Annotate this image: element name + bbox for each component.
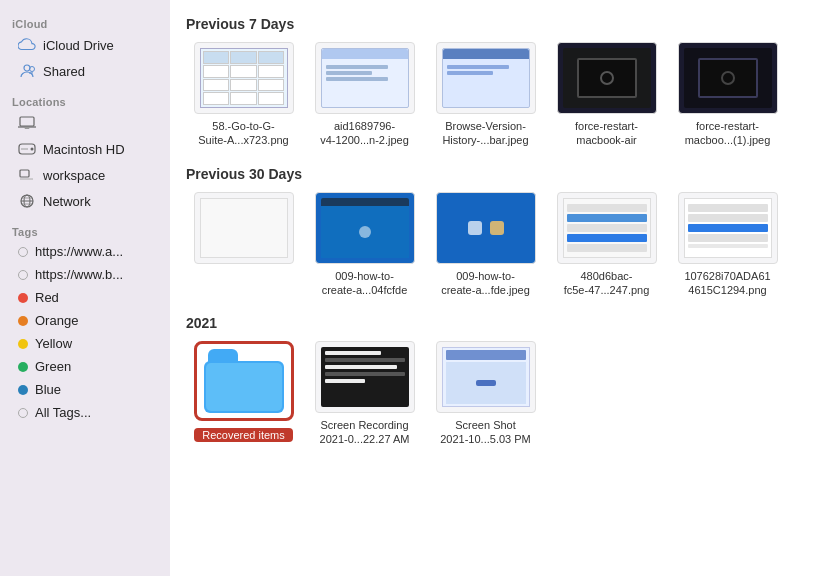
sidebar-item-tag-green[interactable]: Green [4,355,166,378]
file-item[interactable]: 009-how-to-create-a...fde.jpeg [428,192,543,298]
icloud-drive-label: iCloud Drive [43,38,114,53]
section-2021-title: 2021 [186,315,819,331]
file-item-recovered[interactable]: Recovered items [186,341,301,447]
file-label: 009-how-to-create-a...fde.jpeg [441,269,530,298]
file-item[interactable]: 009-how-to-create-a...04fcfde [307,192,422,298]
file-thumbnail [436,42,536,114]
files-2021-grid: Recovered items Screen Recording2021-0..… [186,341,819,447]
file-item[interactable]: force-restart-macboo...(1).jpeg [670,42,785,148]
tag-dot-icon [18,339,28,349]
file-label: force-restart-macboo...(1).jpeg [685,119,771,148]
sidebar-item-tag-url-a[interactable]: https://www.a... [4,240,166,263]
file-item[interactable]: 480d6bac-fc5e-47...247.png [549,192,664,298]
shared-label: Shared [43,64,85,79]
workspace-icon [18,166,36,184]
section-30days-title: Previous 30 Days [186,166,819,182]
file-item-screenshot[interactable]: Screen Shot2021-10...5.03 PM [428,341,543,447]
file-thumbnail [436,341,536,413]
tag-label: https://www.a... [35,244,123,259]
tag-label: Orange [35,313,78,328]
svg-point-3 [31,148,34,151]
tag-circle-icon [18,247,28,257]
tag-label: Yellow [35,336,72,351]
shared-icon [18,62,36,80]
file-item[interactable]: 107628i70ADA614615C1294.png [670,192,785,298]
sidebar-item-tag-orange[interactable]: Orange [4,309,166,332]
icloud-section-label: iCloud [0,12,170,32]
file-label: 480d6bac-fc5e-47...247.png [564,269,650,298]
main-content: Previous 7 Days 58.-Go-to-G-Suite-A...x7… [170,0,835,576]
files-30days-grid: 009-how-to-create-a...04fcfde 009-how-to… [186,192,819,298]
sidebar-item-tag-yellow[interactable]: Yellow [4,332,166,355]
tag-label: Blue [35,382,61,397]
sidebar-item-workspace[interactable]: workspace [4,162,166,188]
sidebar: iCloud iCloud Drive Shared Locations [0,0,170,576]
tag-circle-icon [18,270,28,280]
file-label: 009-how-to-create-a...04fcfde [322,269,408,298]
tag-label: Red [35,290,59,305]
file-item[interactable] [186,192,301,298]
file-item[interactable]: Browse-Version-History-...bar.jpeg [428,42,543,148]
file-label: Recovered items [194,428,293,442]
file-label: Screen Recording2021-0...22.27 AM [320,418,410,447]
sidebar-item-macintosh-hd[interactable]: Macintosh HD [4,136,166,162]
tag-dot-icon [18,316,28,326]
file-thumbnail [678,42,778,114]
sidebar-item-tag-blue[interactable]: Blue [4,378,166,401]
sidebar-item-network[interactable]: Network [4,188,166,214]
tag-circle-icon [18,408,28,418]
sidebar-item-tag-url-b[interactable]: https://www.b... [4,263,166,286]
folder-icon [204,349,284,413]
file-label: aid1689796-v4-1200...n-2.jpeg [320,119,409,148]
sidebar-item-tag-red[interactable]: Red [4,286,166,309]
file-item-recording[interactable]: Screen Recording2021-0...22.27 AM [307,341,422,447]
file-label: force-restart-macbook-air [575,119,638,148]
svg-rect-1 [20,117,34,126]
file-item[interactable]: aid1689796-v4-1200...n-2.jpeg [307,42,422,148]
harddrive-icon [18,140,36,158]
files-7days-grid: 58.-Go-to-G-Suite-A...x723.png aid168979… [186,42,819,148]
tag-label: All Tags... [35,405,91,420]
tags-section-label: Tags [0,220,170,240]
file-label: Browse-Version-History-...bar.jpeg [442,119,528,148]
sidebar-item-all-tags[interactable]: All Tags... [4,401,166,424]
file-thumbnail [315,42,415,114]
file-label: 58.-Go-to-G-Suite-A...x723.png [198,119,289,148]
network-label: Network [43,194,91,209]
file-thumbnail [315,192,415,264]
icloud-drive-icon [18,36,36,54]
tag-label: https://www.b... [35,267,123,282]
file-thumbnail [678,192,778,264]
file-label: Screen Shot2021-10...5.03 PM [440,418,531,447]
tag-dot-icon [18,293,28,303]
file-thumbnail [194,192,294,264]
laptop-icon [18,114,36,132]
tag-label: Green [35,359,71,374]
file-item[interactable]: force-restart-macbook-air [549,42,664,148]
sidebar-item-shared[interactable]: Shared [4,58,166,84]
file-thumbnail [557,192,657,264]
file-label: 107628i70ADA614615C1294.png [684,269,770,298]
file-thumbnail [194,42,294,114]
section-7days-title: Previous 7 Days [186,16,819,32]
workspace-label: workspace [43,168,105,183]
file-thumbnail [315,341,415,413]
network-icon [18,192,36,210]
file-thumbnail [436,192,536,264]
sidebar-item-icloud-drive[interactable]: iCloud Drive [4,32,166,58]
file-thumbnail [194,341,294,421]
tag-dot-icon [18,362,28,372]
svg-rect-5 [20,170,29,177]
file-item[interactable]: 58.-Go-to-G-Suite-A...x723.png [186,42,301,148]
tag-dot-icon [18,385,28,395]
file-thumbnail [557,42,657,114]
sidebar-item-laptop[interactable] [4,110,166,136]
locations-section-label: Locations [0,90,170,110]
macintosh-hd-label: Macintosh HD [43,142,125,157]
